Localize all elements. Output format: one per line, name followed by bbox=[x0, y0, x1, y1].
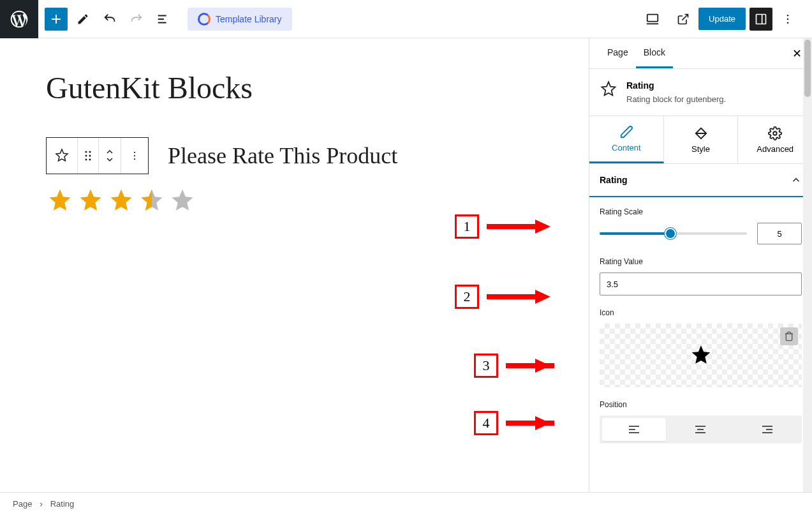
callout-1: 1 bbox=[455, 214, 550, 239]
svg-point-14 bbox=[773, 131, 777, 135]
position-right[interactable] bbox=[735, 418, 799, 441]
svg-point-10 bbox=[89, 159, 91, 161]
chevron-up-icon bbox=[790, 174, 802, 186]
breadcrumb: Page › Rating bbox=[0, 492, 812, 515]
block-drag-handle[interactable] bbox=[78, 138, 99, 174]
undo-icon[interactable] bbox=[98, 8, 121, 31]
pencil-icon bbox=[619, 125, 633, 139]
sub-tab-content[interactable]: Content bbox=[589, 116, 664, 163]
sidebar-toggle-icon[interactable] bbox=[749, 8, 772, 31]
rating-block-label[interactable]: Please Rate This Product bbox=[168, 142, 397, 169]
sub-tab-advanced[interactable]: Advanced bbox=[738, 116, 812, 163]
svg-point-5 bbox=[85, 151, 87, 153]
svg-rect-0 bbox=[647, 14, 658, 21]
edit-tool-icon[interactable] bbox=[71, 8, 94, 31]
position-center[interactable] bbox=[668, 418, 732, 441]
diamond-icon bbox=[694, 126, 708, 140]
rating-stars[interactable] bbox=[46, 187, 543, 215]
update-button[interactable]: Update bbox=[698, 8, 746, 30]
rating-scale-label: Rating Scale bbox=[600, 207, 802, 216]
rating-scale-slider[interactable] bbox=[600, 232, 747, 235]
svg-point-11 bbox=[134, 152, 135, 153]
panel-rating-toggle[interactable]: Rating bbox=[589, 164, 812, 197]
icon-picker[interactable] bbox=[600, 324, 802, 387]
svg-point-7 bbox=[85, 155, 87, 157]
editor-canvas[interactable]: GutenKit Blocks Please Rate This Product bbox=[0, 38, 589, 492]
block-info-title: Rating bbox=[626, 80, 726, 91]
tab-block[interactable]: Block bbox=[636, 38, 673, 68]
block-toolbar bbox=[46, 137, 149, 174]
svg-point-8 bbox=[89, 155, 91, 157]
svg-point-2 bbox=[787, 14, 789, 16]
rating-scale-value[interactable]: 5 bbox=[757, 223, 802, 244]
close-sidebar-icon[interactable]: ✕ bbox=[792, 47, 802, 61]
icon-label: Icon bbox=[600, 308, 802, 317]
more-options-icon[interactable] bbox=[776, 8, 799, 31]
block-type-icon[interactable] bbox=[47, 138, 78, 174]
breadcrumb-block[interactable]: Rating bbox=[50, 499, 75, 509]
gear-icon bbox=[768, 126, 782, 140]
breadcrumb-page[interactable]: Page bbox=[13, 499, 32, 509]
gutenkit-icon bbox=[198, 13, 210, 26]
block-info-desc: Rating block for gutenberg. bbox=[626, 94, 726, 104]
tab-page[interactable]: Page bbox=[600, 38, 636, 68]
add-block-button[interactable] bbox=[45, 8, 68, 31]
external-link-icon[interactable] bbox=[672, 8, 695, 31]
rating-value-label: Rating Value bbox=[600, 257, 802, 266]
star-icon bbox=[689, 343, 713, 368]
scrollbar[interactable] bbox=[803, 38, 812, 492]
svg-point-13 bbox=[134, 158, 135, 160]
template-library-button[interactable]: Template Library bbox=[188, 8, 292, 31]
svg-point-9 bbox=[85, 159, 87, 161]
svg-point-12 bbox=[134, 155, 135, 156]
callout-2: 2 bbox=[455, 285, 550, 309]
position-left[interactable] bbox=[602, 418, 666, 441]
preview-desktop-icon[interactable] bbox=[641, 8, 664, 31]
sub-tab-style[interactable]: Style bbox=[664, 116, 739, 163]
svg-rect-1 bbox=[757, 14, 766, 24]
callout-3: 3 bbox=[474, 354, 550, 378]
delete-icon-button[interactable] bbox=[780, 327, 798, 345]
page-title[interactable]: GutenKit Blocks bbox=[46, 70, 543, 105]
rating-value-input[interactable] bbox=[600, 272, 802, 295]
block-move-arrows[interactable] bbox=[99, 138, 121, 174]
block-more-icon[interactable] bbox=[121, 138, 148, 174]
svg-point-4 bbox=[787, 22, 789, 24]
template-library-label: Template Library bbox=[216, 14, 282, 24]
redo-icon bbox=[125, 8, 148, 31]
svg-point-3 bbox=[787, 18, 789, 20]
svg-point-6 bbox=[89, 151, 91, 153]
settings-sidebar: Page Block ✕ Rating Rating block for gut… bbox=[589, 38, 812, 492]
star-outline-icon bbox=[600, 80, 617, 98]
list-view-icon[interactable] bbox=[152, 8, 175, 31]
position-label: Position bbox=[600, 400, 802, 409]
trash-icon bbox=[784, 331, 794, 341]
callout-4: 4 bbox=[474, 411, 550, 435]
wordpress-logo[interactable] bbox=[0, 0, 38, 38]
